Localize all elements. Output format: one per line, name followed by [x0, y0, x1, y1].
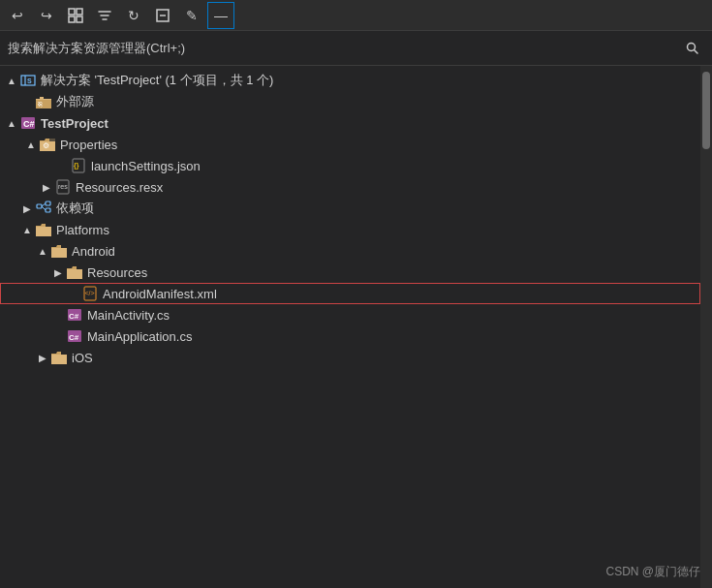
resources-resx-label: Resources.resx — [76, 180, 163, 195]
toolbar: ↩ ↪ ↻ ✎ — — [0, 0, 712, 31]
svg-line-23 — [42, 206, 46, 210]
expand-arrow-platforms[interactable]: ▲ — [19, 219, 35, 240]
expand-arrow-android[interactable]: ▲ — [35, 240, 50, 262]
svg-rect-20 — [46, 201, 50, 205]
android-manifest-icon: </> — [81, 285, 99, 302]
external-sources-label: 外部源 — [56, 93, 94, 110]
resources-folder-item[interactable]: ▶ Resources — [0, 262, 700, 283]
project-item[interactable]: ▲ C# TestProject — [0, 112, 700, 134]
platforms-folder-icon — [35, 221, 52, 238]
launch-settings-icon: {} — [70, 157, 87, 174]
scrollbar-thumb[interactable] — [702, 72, 710, 149]
expand-arrow-props[interactable]: ▲ — [23, 134, 39, 155]
solution-label: 解决方案 'TestProject' (1 个项目，共 1 个) — [41, 72, 273, 89]
dependencies-icon — [35, 200, 52, 217]
external-sources-icon: ⛓ — [35, 93, 52, 110]
tree-panel: ▲ S 解决方案 'TestProject' (1 个项目，共 1 个) ⛓ — [0, 66, 700, 588]
svg-text:⚙: ⚙ — [43, 141, 49, 150]
solution-item[interactable]: ▲ S 解决方案 'TestProject' (1 个项目，共 1 个) — [0, 70, 700, 91]
svg-text:⛓: ⛓ — [38, 102, 44, 108]
properties-label: Properties — [60, 138, 117, 152]
resources-resx-icon: res — [54, 178, 72, 196]
properties-folder-icon: ⚙ — [39, 136, 56, 153]
platforms-item[interactable]: ▲ Platforms — [0, 219, 700, 240]
svg-rect-1 — [77, 9, 82, 15]
android-folder-icon — [50, 242, 68, 260]
resources-resx-item[interactable]: ▶ res Resources.resx — [0, 176, 700, 198]
ios-label: iOS — [72, 351, 93, 365]
ios-item[interactable]: ▶ iOS — [0, 347, 700, 368]
svg-text:</>: </> — [85, 290, 95, 296]
scrollbar[interactable] — [700, 66, 712, 588]
svg-rect-19 — [37, 204, 42, 208]
external-sources-item[interactable]: ⛓ 外部源 — [0, 91, 700, 112]
svg-text:C#: C# — [23, 119, 35, 129]
android-label: Android — [72, 244, 115, 259]
toolbar-btn-forward[interactable]: ↪ — [33, 2, 60, 29]
android-manifest-item[interactable]: </> AndroidManifest.xml — [0, 283, 700, 304]
svg-rect-21 — [46, 208, 50, 212]
main-activity-icon: C# — [66, 306, 83, 324]
launch-settings-label: launchSettings.json — [91, 159, 201, 173]
resources-folder-label: Resources — [87, 265, 147, 280]
project-icon: C# — [19, 114, 37, 132]
svg-text:{}: {} — [74, 162, 79, 170]
main-activity-item[interactable]: C# MainActivity.cs — [0, 304, 700, 325]
main-application-label: MainApplication.cs — [87, 329, 192, 344]
properties-item[interactable]: ▲ ⚙ Properties — [0, 134, 700, 155]
platforms-label: Platforms — [56, 223, 109, 237]
ios-folder-icon — [50, 349, 68, 366]
svg-line-7 — [695, 49, 698, 53]
main-application-icon: C# — [66, 327, 83, 345]
toolbar-btn-refresh[interactable]: ↻ — [120, 2, 147, 29]
expand-arrow-deps[interactable]: ▶ — [19, 198, 35, 219]
launch-settings-item[interactable]: {} launchSettings.json — [0, 155, 700, 176]
toolbar-btn-settings[interactable]: ✎ — [178, 2, 205, 29]
expand-arrow-ios[interactable]: ▶ — [35, 347, 50, 368]
svg-text:S: S — [27, 77, 32, 84]
expand-arrow-project[interactable]: ▲ — [4, 112, 19, 134]
search-button[interactable] — [681, 37, 704, 60]
dependencies-item[interactable]: ▶ 依赖项 — [0, 198, 700, 219]
resources-folder-icon — [66, 263, 83, 281]
svg-text:res: res — [58, 183, 68, 190]
android-manifest-label: AndroidManifest.xml — [103, 287, 217, 301]
toolbar-btn-collapse[interactable] — [149, 2, 176, 29]
dependencies-label: 依赖项 — [56, 200, 94, 217]
search-bar-label: 搜索解决方案资源管理器(Ctrl+;) — [8, 40, 681, 57]
expand-arrow-solution[interactable]: ▲ — [4, 70, 19, 91]
expand-arrow-resx[interactable]: ▶ — [39, 176, 54, 198]
toolbar-btn-back[interactable]: ↩ — [4, 2, 31, 29]
android-item[interactable]: ▲ Android — [0, 240, 700, 262]
toolbar-btn-close[interactable]: — — [207, 2, 234, 29]
solution-icon: S — [19, 72, 37, 89]
watermark: CSDN @厦门德仔 — [605, 564, 700, 580]
search-bar: 搜索解决方案资源管理器(Ctrl+;) — [0, 31, 712, 66]
svg-line-22 — [42, 203, 46, 206]
project-label: TestProject — [41, 116, 108, 131]
main-application-item[interactable]: C# MainApplication.cs — [0, 325, 700, 347]
svg-rect-3 — [77, 16, 82, 22]
main-activity-label: MainActivity.cs — [87, 308, 170, 323]
toolbar-btn-grid[interactable] — [62, 2, 89, 29]
svg-text:C#: C# — [69, 312, 79, 321]
toolbar-btn-filter[interactable] — [91, 2, 118, 29]
svg-text:C#: C# — [69, 333, 79, 342]
svg-rect-0 — [69, 9, 75, 15]
expand-arrow-res[interactable]: ▶ — [50, 262, 66, 283]
solution-explorer: ▲ S 解决方案 'TestProject' (1 个项目，共 1 个) ⛓ — [0, 66, 712, 588]
svg-rect-2 — [69, 16, 75, 22]
